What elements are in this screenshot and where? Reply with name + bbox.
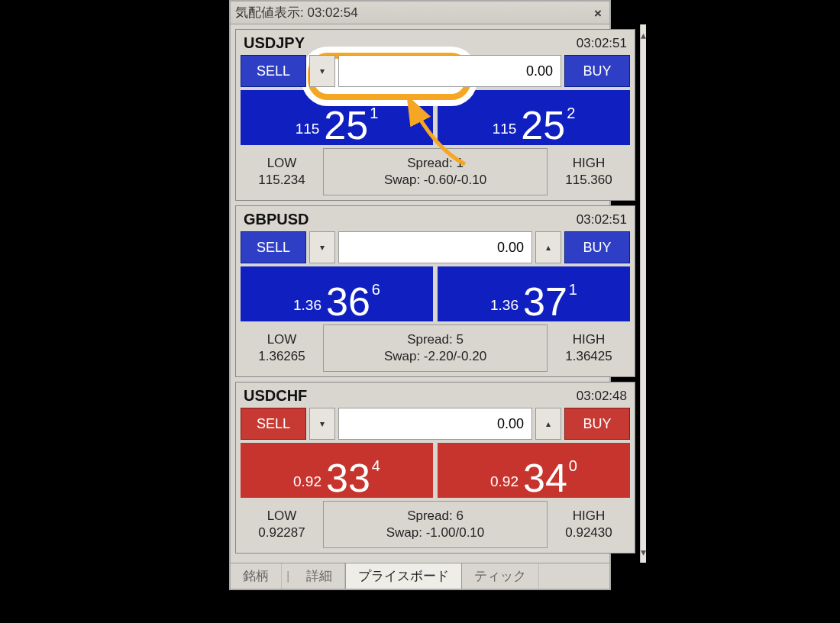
high-box: HIGH 0.92430: [548, 501, 630, 548]
window-title: 気配値表示: 03:02:54: [235, 4, 358, 21]
buy-price-prefix: 115: [493, 121, 517, 137]
high-box: HIGH 115.360: [548, 148, 630, 195]
sell-button[interactable]: SELL: [241, 55, 306, 87]
bottom-tabs: 銘柄 | 詳細 プライスボード ティック: [231, 563, 609, 589]
buy-price-fraction: 1: [569, 281, 577, 299]
low-box: LOW 1.36265: [241, 324, 323, 372]
scroll-up-icon[interactable]: ▴: [641, 29, 646, 41]
chevron-down-icon: ▾: [320, 418, 325, 429]
high-label: HIGH: [573, 156, 606, 171]
tab-tick[interactable]: ティック: [462, 563, 539, 589]
sell-price-big: 33: [326, 458, 370, 498]
spread-label: Spread: 5: [407, 332, 464, 347]
swap-label: Swap: -1.00/0.10: [386, 525, 485, 541]
low-label: LOW: [267, 156, 297, 171]
market-watch-window: 気配値表示: 03:02:54 × USDJPY 03:02:51 SELL ▾…: [229, 0, 611, 590]
buy-price-fraction: 2: [567, 105, 575, 122]
spread-swap-box: Spread: 1 Swap: -0.60/-0.10: [323, 148, 548, 195]
tab-price-board[interactable]: プライスボード: [345, 563, 462, 589]
spread-swap-box: Spread: 5 Swap: -2.20/-0.20: [323, 324, 548, 372]
sell-price-box[interactable]: 1.36 36 6: [241, 266, 433, 321]
order-row: SELL ▾ ▴ BUY: [241, 408, 630, 440]
price-card: USDJPY 03:02:51 SELL ▾ BUY 115 25 1 115 …: [235, 29, 635, 201]
buy-price-big: 37: [523, 282, 567, 321]
high-label: HIGH: [573, 332, 606, 347]
lot-increment-button[interactable]: ▴: [535, 231, 561, 263]
low-value: 115.234: [258, 173, 305, 188]
update-time: 03:02:48: [577, 389, 627, 404]
buy-price-prefix: 0.92: [490, 473, 519, 490]
titlebar: 気配値表示: 03:02:54 ×: [231, 2, 609, 24]
sell-button[interactable]: SELL: [241, 231, 306, 263]
high-value: 0.92430: [565, 525, 612, 541]
sell-price-fraction: 4: [372, 457, 380, 475]
close-icon[interactable]: ×: [591, 6, 605, 20]
spread-label: Spread: 6: [407, 508, 464, 524]
high-label: HIGH: [573, 508, 606, 524]
lot-size-input[interactable]: [338, 231, 532, 263]
buy-price-big: 25: [521, 105, 565, 145]
sell-button[interactable]: SELL: [241, 408, 306, 440]
chevron-down-icon: ▾: [320, 66, 325, 76]
chevron-down-icon: ▾: [320, 242, 325, 253]
lot-decrement-button[interactable]: ▾: [309, 408, 335, 440]
buy-button[interactable]: BUY: [564, 408, 630, 440]
symbol-label: GBPUSD: [244, 211, 309, 228]
lot-increment-button[interactable]: ▴: [535, 408, 561, 440]
sell-price-fraction: 6: [372, 281, 380, 299]
price-board-list: USDJPY 03:02:51 SELL ▾ BUY 115 25 1 115 …: [231, 24, 640, 563]
symbol-label: USDCHF: [244, 387, 307, 405]
spread-label: Spread: 1: [407, 156, 464, 171]
sell-price-fraction: 1: [370, 105, 378, 122]
title-prefix: 気配値表示:: [235, 5, 307, 20]
buy-price-fraction: 0: [569, 457, 577, 475]
sell-price-big: 36: [326, 282, 370, 321]
update-time: 03:02:51: [577, 36, 627, 51]
tab-separator: |: [282, 563, 294, 589]
low-label: LOW: [267, 332, 297, 347]
buy-price-box[interactable]: 1.36 37 1: [438, 266, 630, 321]
sell-price-big: 25: [324, 105, 368, 145]
vertical-scrollbar[interactable]: ▴ ▾: [640, 24, 646, 563]
buy-button[interactable]: BUY: [564, 55, 630, 87]
order-row: SELL ▾ BUY: [241, 55, 630, 87]
lot-size-input[interactable]: [338, 55, 561, 87]
lot-decrement-button[interactable]: ▾: [309, 55, 335, 87]
body-area: USDJPY 03:02:51 SELL ▾ BUY 115 25 1 115 …: [231, 24, 609, 563]
low-box: LOW 0.92287: [241, 501, 323, 548]
high-value: 115.360: [565, 173, 612, 188]
sell-price-prefix: 115: [296, 121, 320, 137]
swap-label: Swap: -0.60/-0.10: [384, 173, 486, 188]
buy-price-prefix: 1.36: [490, 297, 519, 314]
chevron-up-icon: ▴: [546, 418, 551, 429]
buy-button[interactable]: BUY: [564, 231, 630, 263]
low-value: 1.36265: [258, 349, 305, 364]
update-time: 03:02:51: [577, 212, 627, 228]
price-card: USDCHF 03:02:48 SELL ▾ ▴ BUY 0.92 33 4 0…: [235, 382, 635, 554]
title-time: 03:02:54: [307, 5, 357, 20]
scroll-down-icon[interactable]: ▾: [641, 546, 646, 558]
price-card: GBPUSD 03:02:51 SELL ▾ ▴ BUY 1.36 36 6 1…: [235, 205, 635, 377]
chevron-up-icon: ▴: [546, 242, 551, 253]
order-row: SELL ▾ ▴ BUY: [241, 231, 630, 263]
spread-swap-box: Spread: 6 Swap: -1.00/0.10: [323, 501, 548, 548]
high-box: HIGH 1.36425: [548, 324, 630, 372]
buy-price-box[interactable]: 0.92 34 0: [438, 443, 630, 498]
low-box: LOW 115.234: [241, 148, 323, 195]
sell-price-prefix: 0.92: [293, 473, 321, 490]
lot-size-input[interactable]: [338, 408, 532, 440]
sell-price-prefix: 1.36: [293, 297, 321, 314]
buy-price-big: 34: [523, 458, 567, 498]
low-value: 0.92287: [258, 525, 305, 541]
swap-label: Swap: -2.20/-0.20: [384, 349, 486, 364]
lot-decrement-button[interactable]: ▾: [309, 231, 335, 263]
tab-symbols[interactable]: 銘柄: [231, 563, 282, 589]
sell-price-box[interactable]: 0.92 33 4: [241, 443, 433, 498]
high-value: 1.36425: [565, 349, 612, 364]
low-label: LOW: [267, 508, 297, 524]
tab-details[interactable]: 詳細: [294, 563, 345, 589]
symbol-label: USDJPY: [244, 34, 305, 52]
